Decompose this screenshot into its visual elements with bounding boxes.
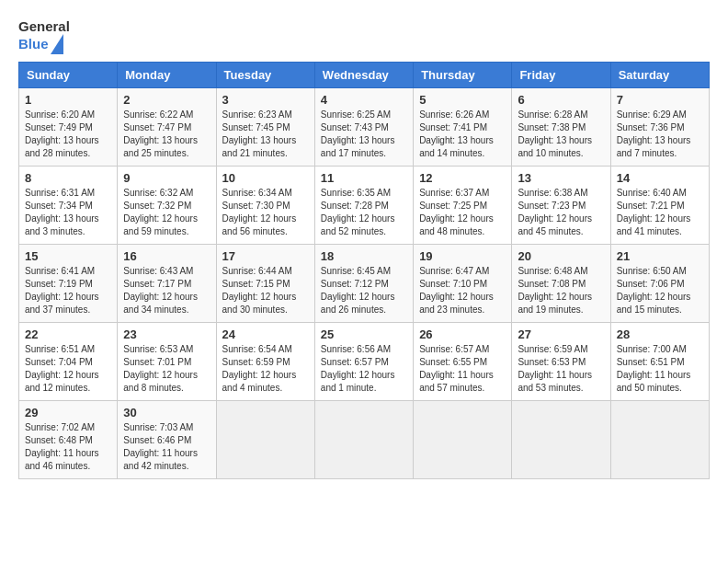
cell-info: Sunrise: 7:03 AMSunset: 6:46 PMDaylight:… (123, 421, 210, 473)
calendar-cell: 5Sunrise: 6:26 AMSunset: 7:41 PMDaylight… (414, 88, 512, 167)
calendar-cell: 1Sunrise: 6:20 AMSunset: 7:49 PMDaylight… (19, 88, 118, 167)
day-number: 8 (25, 171, 111, 185)
weekday-header: Sunday (19, 63, 118, 88)
calendar-cell: 27Sunrise: 6:59 AMSunset: 6:53 PMDayligh… (512, 323, 610, 401)
calendar-cell: 4Sunrise: 6:25 AMSunset: 7:43 PMDaylight… (314, 88, 413, 167)
cell-info: Sunrise: 6:25 AMSunset: 7:43 PMDaylight:… (321, 109, 407, 160)
day-number: 2 (123, 93, 210, 107)
day-number: 23 (123, 327, 210, 341)
page-header: General Blue (18, 18, 710, 52)
day-number: 7 (617, 93, 703, 107)
day-number: 24 (222, 327, 309, 341)
day-number: 25 (321, 327, 407, 341)
day-number: 11 (321, 171, 407, 185)
cell-info: Sunrise: 6:51 AMSunset: 7:04 PMDaylight:… (25, 343, 111, 395)
calendar-cell: 28Sunrise: 7:00 AMSunset: 6:51 PMDayligh… (610, 323, 709, 401)
cell-info: Sunrise: 6:31 AMSunset: 7:34 PMDaylight:… (25, 187, 111, 238)
day-number: 10 (222, 171, 309, 185)
cell-info: Sunrise: 6:48 AMSunset: 7:08 PMDaylight:… (518, 265, 604, 316)
calendar-cell: 24Sunrise: 6:54 AMSunset: 6:59 PMDayligh… (216, 323, 314, 401)
cell-info: Sunrise: 6:59 AMSunset: 6:53 PMDaylight:… (518, 343, 604, 395)
calendar-cell: 6Sunrise: 6:28 AMSunset: 7:38 PMDaylight… (512, 88, 610, 167)
cell-info: Sunrise: 6:54 AMSunset: 6:59 PMDaylight:… (222, 343, 309, 395)
logo-box: General Blue (18, 18, 70, 52)
day-number: 12 (419, 171, 506, 185)
day-number: 22 (25, 327, 111, 341)
calendar-cell: 20Sunrise: 6:48 AMSunset: 7:08 PMDayligh… (512, 245, 610, 323)
cell-info: Sunrise: 6:29 AMSunset: 7:36 PMDaylight:… (617, 109, 703, 160)
calendar-cell: 7Sunrise: 6:29 AMSunset: 7:36 PMDaylight… (610, 88, 709, 167)
cell-info: Sunrise: 6:41 AMSunset: 7:19 PMDaylight:… (25, 265, 111, 316)
calendar-week-row: 22Sunrise: 6:51 AMSunset: 7:04 PMDayligh… (19, 323, 710, 401)
calendar-cell: 16Sunrise: 6:43 AMSunset: 7:17 PMDayligh… (118, 245, 216, 323)
day-number: 4 (321, 93, 407, 107)
weekday-header: Thursday (414, 63, 512, 88)
cell-info: Sunrise: 6:20 AMSunset: 7:49 PMDaylight:… (25, 109, 111, 160)
day-number: 13 (518, 171, 604, 185)
cell-info: Sunrise: 6:28 AMSunset: 7:38 PMDaylight:… (518, 109, 604, 160)
day-number: 15 (25, 249, 111, 263)
day-number: 14 (617, 171, 703, 185)
cell-info: Sunrise: 6:43 AMSunset: 7:17 PMDaylight:… (123, 265, 210, 316)
day-number: 30 (123, 406, 210, 419)
calendar-cell: 23Sunrise: 6:53 AMSunset: 7:01 PMDayligh… (118, 323, 216, 401)
calendar-cell (314, 401, 413, 479)
day-number: 16 (123, 249, 210, 263)
calendar-cell: 21Sunrise: 6:50 AMSunset: 7:06 PMDayligh… (610, 245, 709, 323)
calendar-cell: 2Sunrise: 6:22 AMSunset: 7:47 PMDaylight… (118, 88, 216, 167)
calendar-cell: 11Sunrise: 6:35 AMSunset: 7:28 PMDayligh… (314, 167, 413, 245)
day-number: 28 (617, 327, 703, 341)
calendar-cell (414, 401, 512, 479)
weekday-header: Monday (118, 63, 216, 88)
cell-info: Sunrise: 6:50 AMSunset: 7:06 PMDaylight:… (617, 265, 703, 316)
cell-info: Sunrise: 6:53 AMSunset: 7:01 PMDaylight:… (123, 343, 210, 395)
cell-info: Sunrise: 6:40 AMSunset: 7:21 PMDaylight:… (617, 187, 703, 238)
calendar-cell: 3Sunrise: 6:23 AMSunset: 7:45 PMDaylight… (216, 88, 314, 167)
cell-info: Sunrise: 6:38 AMSunset: 7:23 PMDaylight:… (518, 187, 604, 238)
day-number: 1 (25, 93, 111, 107)
calendar-cell: 10Sunrise: 6:34 AMSunset: 7:30 PMDayligh… (216, 167, 314, 245)
cell-info: Sunrise: 6:56 AMSunset: 6:57 PMDaylight:… (321, 343, 407, 395)
day-number: 19 (419, 249, 506, 263)
day-number: 21 (617, 249, 703, 263)
cell-info: Sunrise: 6:45 AMSunset: 7:12 PMDaylight:… (321, 265, 407, 316)
weekday-header-row: SundayMondayTuesdayWednesdayThursdayFrid… (19, 63, 710, 88)
logo-general: General (18, 18, 70, 34)
calendar-cell (610, 401, 709, 479)
calendar-cell: 9Sunrise: 6:32 AMSunset: 7:32 PMDaylight… (118, 167, 216, 245)
calendar-cell: 29Sunrise: 7:02 AMSunset: 6:48 PMDayligh… (19, 401, 118, 479)
weekday-header: Tuesday (216, 63, 314, 88)
calendar-table: SundayMondayTuesdayWednesdayThursdayFrid… (18, 62, 710, 479)
calendar-cell: 18Sunrise: 6:45 AMSunset: 7:12 PMDayligh… (314, 245, 413, 323)
cell-info: Sunrise: 6:35 AMSunset: 7:28 PMDaylight:… (321, 187, 407, 238)
cell-info: Sunrise: 6:26 AMSunset: 7:41 PMDaylight:… (419, 109, 506, 160)
calendar-cell: 13Sunrise: 6:38 AMSunset: 7:23 PMDayligh… (512, 167, 610, 245)
day-number: 29 (25, 406, 111, 419)
calendar-cell (216, 401, 314, 479)
logo: General Blue (18, 18, 70, 52)
weekday-header: Wednesday (314, 63, 413, 88)
cell-info: Sunrise: 6:34 AMSunset: 7:30 PMDaylight:… (222, 187, 309, 238)
day-number: 27 (518, 327, 604, 341)
cell-info: Sunrise: 6:22 AMSunset: 7:47 PMDaylight:… (123, 109, 210, 160)
calendar-cell: 17Sunrise: 6:44 AMSunset: 7:15 PMDayligh… (216, 245, 314, 323)
cell-info: Sunrise: 6:57 AMSunset: 6:55 PMDaylight:… (419, 343, 506, 395)
calendar-cell: 15Sunrise: 6:41 AMSunset: 7:19 PMDayligh… (19, 245, 118, 323)
weekday-header: Saturday (610, 63, 709, 88)
calendar-week-row: 29Sunrise: 7:02 AMSunset: 6:48 PMDayligh… (19, 401, 710, 479)
cell-info: Sunrise: 6:47 AMSunset: 7:10 PMDaylight:… (419, 265, 506, 316)
cell-info: Sunrise: 6:37 AMSunset: 7:25 PMDaylight:… (419, 187, 506, 238)
day-number: 3 (222, 93, 309, 107)
logo-blue: Blue (18, 36, 49, 52)
day-number: 5 (419, 93, 506, 107)
weekday-header: Friday (512, 63, 610, 88)
calendar-week-row: 15Sunrise: 6:41 AMSunset: 7:19 PMDayligh… (19, 245, 710, 323)
day-number: 18 (321, 249, 407, 263)
calendar-cell: 12Sunrise: 6:37 AMSunset: 7:25 PMDayligh… (414, 167, 512, 245)
day-number: 20 (518, 249, 604, 263)
cell-info: Sunrise: 7:00 AMSunset: 6:51 PMDaylight:… (617, 343, 703, 395)
calendar-cell: 30Sunrise: 7:03 AMSunset: 6:46 PMDayligh… (118, 401, 216, 479)
cell-info: Sunrise: 7:02 AMSunset: 6:48 PMDaylight:… (25, 421, 111, 473)
logo-text: General Blue (18, 18, 70, 52)
calendar-cell: 19Sunrise: 6:47 AMSunset: 7:10 PMDayligh… (414, 245, 512, 323)
